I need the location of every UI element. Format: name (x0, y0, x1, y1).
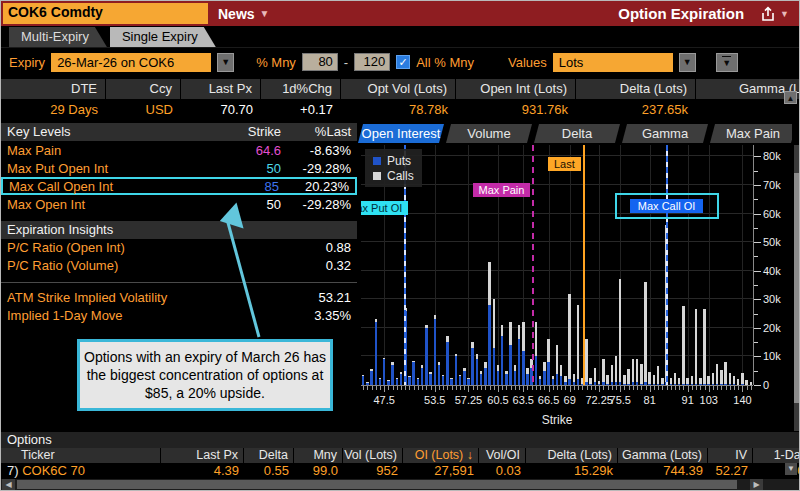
x-minor-tick (519, 386, 520, 390)
key-level-pct: -8.63% (281, 143, 351, 158)
x-axis-title: Strike (361, 413, 753, 427)
x-minor-tick (506, 386, 507, 390)
x-minor-tick (730, 386, 731, 390)
option-cell: 744.39 (618, 463, 708, 479)
all-mny-label: All % Mny (416, 55, 474, 70)
x-minor-tick (553, 386, 554, 390)
scroll-right-button[interactable]: ▶ (750, 479, 763, 490)
x-tick-label: 63.5 (513, 394, 534, 406)
y-tick (754, 328, 761, 329)
scroll-left-button[interactable]: ◀ (2, 479, 15, 490)
news-menu[interactable]: News ▼ (208, 6, 279, 22)
y-tick (754, 242, 761, 243)
option-cell: 0.03 (479, 463, 526, 479)
options-header-oi-lots-[interactable]: OI (Lots) ↓ (403, 448, 479, 463)
put-bar (438, 365, 441, 385)
x-tick-label: 91 (682, 394, 694, 406)
options-header-mny[interactable]: Mny (294, 448, 343, 463)
put-bar (429, 374, 432, 385)
summary-value: 29 Days (1, 99, 106, 119)
chart-tab-gamma[interactable]: Gamma (622, 124, 708, 143)
all-mny-checkbox[interactable]: ✓ (396, 55, 410, 69)
y-minor-tick (754, 171, 758, 172)
export-menu[interactable]: ▼ (760, 6, 789, 22)
x-minor-tick (536, 386, 537, 390)
chart-tab-delta[interactable]: Delta (534, 124, 620, 143)
option-ticker-cell: 7) COK6C 70 (1, 463, 161, 479)
x-tick-label: 103 (700, 394, 718, 406)
key-level-row[interactable]: Max Put Open Int50-29.28% (1, 159, 357, 177)
options-header-vol-lots-[interactable]: Vol (Lots) (343, 448, 403, 463)
filter-button[interactable]: ▼ (716, 53, 738, 72)
key-level-strike: 85 (209, 179, 279, 194)
security-ticker-input[interactable]: COK6 Comdty (3, 3, 208, 24)
x-minor-tick (675, 386, 676, 390)
x-minor-tick (422, 386, 423, 390)
x-tick (709, 386, 710, 392)
mny-high-input[interactable]: 120 (354, 53, 390, 71)
table-row[interactable]: 7) COK6C 704.390.5599.095227,5910.0315.2… (1, 463, 799, 479)
scroll-up-button[interactable]: ▲ (784, 91, 797, 104)
call-bar (429, 372, 432, 373)
call-bar (505, 371, 508, 374)
summary-header-last-px: Last Px (181, 79, 261, 99)
values-dropdown[interactable]: Lots (553, 53, 673, 72)
tab-single-expiry[interactable]: Single Expiry (110, 27, 216, 47)
mny-low-input[interactable]: 80 (302, 53, 338, 71)
x-minor-tick (376, 386, 377, 390)
insight-row: P/C Ratio (Open Int)0.88 (1, 239, 357, 257)
y-tick-label: 10k (763, 350, 781, 362)
chart-vertical-scrollbar[interactable] (794, 145, 800, 431)
summary-strip: DTECcyLast Px1d%ChgOpt Vol (Lots)Open In… (1, 79, 800, 121)
call-bar (526, 368, 529, 374)
chart-tab-volume[interactable]: Volume (446, 124, 532, 143)
x-minor-tick (654, 386, 655, 390)
options-header-vol-oi[interactable]: Vol/OI (479, 448, 526, 463)
expiry-label: Expiry (9, 55, 45, 70)
y-tick (754, 356, 761, 357)
options-header-iv[interactable]: IV (708, 448, 753, 463)
expiry-dropdown-caret[interactable]: ▼ (217, 53, 234, 72)
x-minor-tick (683, 386, 684, 390)
x-tick-label: 81 (644, 394, 656, 406)
scrollbar-thumb[interactable] (17, 480, 737, 489)
options-header-ticker[interactable]: Ticker (1, 448, 161, 463)
x-tick (498, 386, 499, 392)
gridline (742, 145, 743, 385)
call-bar (619, 279, 622, 382)
key-level-row[interactable]: Max Open Int50-29.28% (1, 195, 357, 213)
tab-multi-expiry[interactable]: Multi-Expiry (9, 27, 107, 47)
page-title: Option Expiration (618, 5, 744, 22)
gridline (361, 298, 753, 299)
put-bar (556, 374, 559, 385)
gridline (498, 145, 499, 385)
row-dropdown-caret[interactable]: ▼ (785, 463, 797, 475)
call-bar (678, 378, 681, 384)
chart-tab-max-pain[interactable]: Max Pain (710, 124, 792, 143)
x-minor-tick (473, 386, 474, 390)
open-interest-chart[interactable]: PutsCalls Max Put OIMax PainLastMax Call… (361, 145, 753, 385)
x-minor-tick (717, 386, 718, 390)
x-minor-tick (629, 386, 630, 390)
expiry-dropdown[interactable]: 26-Mar-26 on COK6 (51, 53, 211, 72)
values-dropdown-caret[interactable]: ▼ (679, 53, 696, 72)
key-level-row[interactable]: Max Pain64.6-8.63% (1, 141, 357, 159)
horizontal-scrollbar[interactable]: ◀ ▶ (1, 479, 799, 490)
call-bar (421, 365, 424, 368)
title-bar: COK6 Comdty News ▼ Option Expiration ▼ (1, 1, 799, 26)
options-header-last-px[interactable]: Last Px (161, 448, 244, 463)
options-header-delta[interactable]: Delta (244, 448, 294, 463)
x-minor-tick (662, 386, 663, 390)
options-header-gamma-lots-[interactable]: Gamma (Lots) (618, 448, 708, 463)
put-bar (497, 371, 500, 385)
call-bar (463, 368, 466, 371)
y-tick (754, 271, 761, 272)
put-bar (493, 348, 496, 385)
options-header-1-day[interactable]: 1-Day (753, 448, 800, 463)
key-level-row[interactable]: Max Call Open Int8520.23% (1, 177, 357, 195)
y-tick-label: 30k (763, 293, 781, 305)
chart-tab-open-interest[interactable]: Open Interest (358, 124, 444, 143)
gridline (361, 270, 753, 271)
options-header-delta-lots-[interactable]: Delta (Lots) (526, 448, 618, 463)
x-minor-tick (544, 386, 545, 390)
